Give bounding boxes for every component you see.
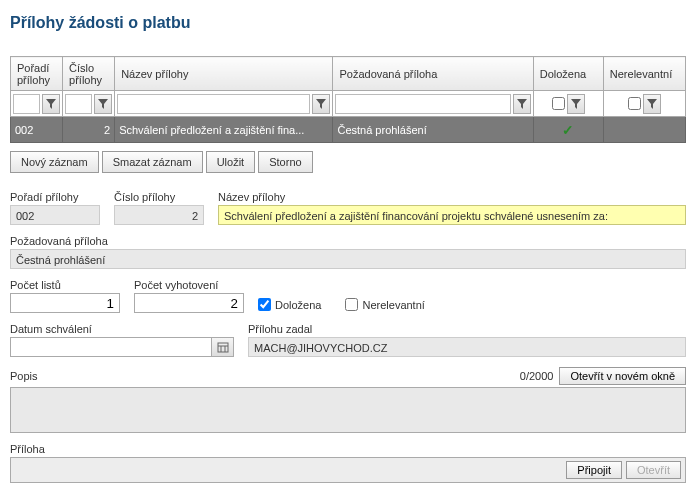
funnel-icon <box>46 99 56 109</box>
pocet-vyhot-input[interactable] <box>134 293 244 313</box>
save-button[interactable]: Uložit <box>206 151 256 173</box>
dolozena-checkbox[interactable] <box>258 298 271 311</box>
cell-poradi: 002 <box>11 117 63 143</box>
filter-pozadovana-input[interactable] <box>335 94 510 114</box>
cislo-label: Číslo přílohy <box>114 191 204 203</box>
pozadovana-field: Čestná prohlášení <box>10 249 686 269</box>
open-button: Otevřít <box>626 461 681 479</box>
col-dolozena[interactable]: Doložena <box>533 57 603 91</box>
cancel-button[interactable]: Storno <box>258 151 312 173</box>
cell-pozadovana: Čestná prohlášení <box>333 117 533 143</box>
calendar-button[interactable] <box>211 338 233 356</box>
dolozena-checkbox-wrapper[interactable]: Doložena <box>258 298 321 311</box>
nerelevantni-checkbox-wrapper[interactable]: Nerelevantní <box>345 298 424 311</box>
datum-label: Datum schválení <box>10 323 234 335</box>
filter-dolozena-button[interactable] <box>567 94 585 114</box>
filter-nerelevantni-checkbox[interactable] <box>628 97 641 110</box>
check-icon: ✓ <box>562 122 574 138</box>
priloha-label: Příloha <box>10 443 686 455</box>
pozadovana-label: Požadovaná příloha <box>10 235 686 247</box>
filter-nerelevantni-button[interactable] <box>643 94 661 114</box>
nazev-label: Název přílohy <box>218 191 686 203</box>
filter-row <box>11 91 686 117</box>
col-pozadovana-label: Požadovaná příloha <box>339 68 437 80</box>
filter-pozadovana-button[interactable] <box>513 94 531 114</box>
funnel-icon <box>517 99 527 109</box>
nazev-field[interactable]: Schválení předložení a zajištění financo… <box>218 205 686 225</box>
funnel-icon <box>571 99 581 109</box>
col-poradi-label: Pořadí přílohy <box>17 62 50 86</box>
svg-rect-0 <box>218 343 228 352</box>
col-nazev-label: Název přílohy <box>121 68 188 80</box>
col-dolozena-label: Doložena <box>540 68 586 80</box>
attach-button[interactable]: Připojit <box>566 461 622 479</box>
attachment-row: Připojit Otevřít <box>10 457 686 483</box>
calendar-icon <box>217 341 229 353</box>
cell-cislo: 2 <box>63 117 115 143</box>
zadal-field: MACH@JIHOVYCHOD.CZ <box>248 337 686 357</box>
dolozena-checkbox-label: Doložena <box>275 299 321 311</box>
toolbar: Nový záznam Smazat záznam Uložit Storno <box>10 151 686 173</box>
nerelevantni-checkbox-label: Nerelevantní <box>362 299 424 311</box>
poradi-field: 002 <box>10 205 100 225</box>
col-nazev[interactable]: Název přílohy <box>115 57 333 91</box>
cell-nazev: Schválení předložení a zajištění fina... <box>115 117 333 143</box>
datum-field[interactable] <box>10 337 234 357</box>
pocet-vyhot-label: Počet vyhotovení <box>134 279 244 291</box>
table-row[interactable]: 002 2 Schválení předložení a zajištění f… <box>11 117 686 143</box>
filter-cislo-button[interactable] <box>94 94 112 114</box>
datum-input[interactable] <box>11 338 211 356</box>
col-cislo[interactable]: Číslo přílohy <box>63 57 115 91</box>
funnel-icon <box>98 99 108 109</box>
pocet-listu-label: Počet listů <box>10 279 120 291</box>
filter-poradi-input[interactable] <box>13 94 40 114</box>
pocet-listu-input[interactable] <box>10 293 120 313</box>
page-title: Přílohy žádosti o platbu <box>10 14 686 32</box>
popis-textarea[interactable] <box>10 387 686 433</box>
popis-counter: 0/2000 <box>520 370 554 382</box>
attachments-grid: Pořadí přílohy Číslo přílohy Název přílo… <box>10 56 686 143</box>
poradi-label: Pořadí přílohy <box>10 191 100 203</box>
filter-nazev-button[interactable] <box>312 94 330 114</box>
filter-nazev-input[interactable] <box>117 94 310 114</box>
popis-label: Popis <box>10 370 38 382</box>
col-poradi[interactable]: Pořadí přílohy <box>11 57 63 91</box>
filter-dolozena-checkbox[interactable] <box>552 97 565 110</box>
open-new-window-button[interactable]: Otevřít v novém okně <box>559 367 686 385</box>
col-pozadovana[interactable]: Požadovaná příloha <box>333 57 533 91</box>
zadal-label: Přílohu zadal <box>248 323 686 335</box>
col-cislo-label: Číslo přílohy <box>69 62 102 86</box>
funnel-icon <box>316 99 326 109</box>
new-record-button[interactable]: Nový záznam <box>10 151 99 173</box>
nerelevantni-checkbox[interactable] <box>345 298 358 311</box>
col-nerelevantni[interactable]: Nerelevantní <box>603 57 685 91</box>
cislo-field: 2 <box>114 205 204 225</box>
filter-poradi-button[interactable] <box>42 94 60 114</box>
col-nerelevantni-label: Nerelevantní <box>610 68 672 80</box>
delete-record-button[interactable]: Smazat záznam <box>102 151 203 173</box>
funnel-icon <box>647 99 657 109</box>
filter-cislo-input[interactable] <box>65 94 92 114</box>
